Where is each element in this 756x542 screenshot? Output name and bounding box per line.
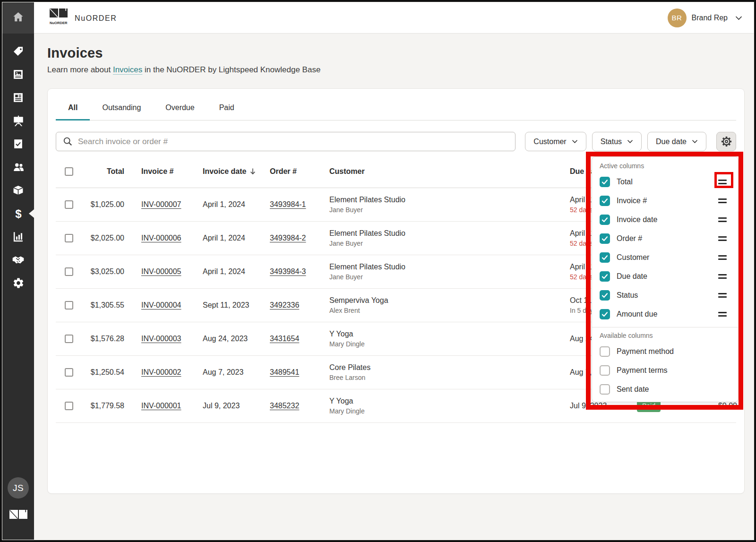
drag-handle[interactable] bbox=[718, 274, 727, 279]
column-header-invoice-date[interactable]: Invoice date bbox=[186, 167, 247, 176]
column-toggle-invoice-: Invoice # bbox=[592, 191, 738, 210]
drag-handle[interactable] bbox=[718, 312, 727, 317]
column-header-invoice-[interactable]: Invoice # bbox=[124, 167, 186, 176]
invoice-link[interactable]: INV-000005 bbox=[141, 267, 181, 275]
order-link[interactable]: 3485232 bbox=[270, 402, 299, 410]
invoices-help-link[interactable]: Invoices bbox=[113, 65, 142, 74]
sidebar-item-shows[interactable] bbox=[2, 109, 34, 132]
tab-paid[interactable]: Paid bbox=[207, 95, 247, 120]
invoice-link[interactable]: INV-000002 bbox=[141, 368, 181, 376]
filter-button-customer[interactable]: Customer bbox=[525, 132, 586, 151]
tab-all[interactable]: All bbox=[56, 95, 90, 120]
filter-button-status[interactable]: Status bbox=[592, 132, 642, 151]
tag-icon bbox=[12, 45, 24, 57]
tab-outsanding[interactable]: Outsanding bbox=[90, 95, 153, 120]
order-link[interactable]: 3493984-2 bbox=[270, 234, 306, 242]
column-checkbox[interactable] bbox=[600, 233, 610, 244]
user-avatar-js[interactable]: JS bbox=[8, 477, 29, 499]
buyer-name: Jane Buyer bbox=[329, 273, 570, 281]
drag-handle[interactable] bbox=[718, 293, 727, 298]
sidebar-item-customers[interactable] bbox=[2, 155, 34, 179]
popover-divider bbox=[592, 327, 738, 327]
column-checkbox[interactable] bbox=[600, 271, 610, 282]
row-checkbox[interactable] bbox=[65, 368, 73, 377]
sidebar-item-linesheets[interactable] bbox=[2, 63, 34, 86]
chevron-down-icon bbox=[572, 139, 578, 144]
sidebar-item-news[interactable] bbox=[2, 86, 34, 109]
column-settings-button[interactable] bbox=[716, 132, 736, 151]
cell-invoice-date: Jul 9, 2023 bbox=[186, 402, 247, 410]
svg-text:NuORDER: NuORDER bbox=[50, 21, 68, 25]
sidebar-item-shipments[interactable] bbox=[2, 179, 34, 202]
drag-handle[interactable] bbox=[718, 236, 727, 241]
invoice-link[interactable]: INV-000001 bbox=[141, 402, 181, 410]
customer-name: Semperviva Yoga bbox=[329, 296, 570, 305]
column-checkbox[interactable] bbox=[600, 384, 610, 395]
column-checkbox[interactable] bbox=[600, 365, 610, 376]
subtitle-text-2: in the NuORDER by Lightspeed Knowledge B… bbox=[142, 65, 320, 74]
column-checkbox[interactable] bbox=[600, 196, 610, 206]
column-checkbox[interactable] bbox=[600, 309, 610, 319]
sidebar-item-payments[interactable]: $ bbox=[2, 202, 34, 225]
row-checkbox[interactable] bbox=[65, 200, 73, 209]
drag-handle[interactable] bbox=[718, 198, 727, 203]
column-header-order-[interactable]: Order # bbox=[247, 167, 314, 176]
drag-handle[interactable] bbox=[718, 217, 727, 222]
toolbar: Customer Status Due date bbox=[56, 132, 736, 151]
cell-total: $2,025.00 bbox=[82, 234, 124, 242]
row-checkbox[interactable] bbox=[65, 234, 73, 242]
column-checkbox[interactable] bbox=[600, 346, 610, 357]
cell-customer: Element Pilates Studio Jane Buyer bbox=[314, 229, 570, 247]
cell-total: $1,779.58 bbox=[82, 402, 124, 410]
row-checkbox[interactable] bbox=[65, 301, 73, 310]
sidebar-item-orders[interactable] bbox=[2, 132, 34, 155]
chevron-down-icon bbox=[735, 16, 742, 20]
order-link[interactable]: 3431654 bbox=[270, 335, 299, 343]
tab-overdue[interactable]: Overdue bbox=[153, 95, 206, 120]
column-header-customer[interactable]: Customer bbox=[314, 167, 570, 176]
user-name: Brand Rep bbox=[692, 14, 728, 22]
user-menu[interactable]: BR Brand Rep bbox=[668, 9, 743, 27]
cell-customer: Core Pilates Bree Larson bbox=[314, 363, 570, 381]
invoice-link[interactable]: INV-000004 bbox=[141, 301, 181, 309]
sidebar-item-connections[interactable] bbox=[2, 248, 34, 271]
column-settings-popover: Active columns Total Invoice # Invoice d… bbox=[592, 156, 739, 402]
drag-handle[interactable] bbox=[718, 180, 727, 184]
sidebar-item-home[interactable] bbox=[2, 2, 34, 34]
dollar-icon: $ bbox=[12, 207, 25, 220]
row-checkbox[interactable] bbox=[65, 335, 73, 343]
select-all-checkbox[interactable] bbox=[65, 167, 73, 176]
column-header-total[interactable]: Total bbox=[82, 167, 124, 176]
order-link[interactable]: 3489541 bbox=[270, 368, 299, 376]
customer-name: Y Yoga bbox=[329, 397, 570, 405]
order-link[interactable]: 3493984-3 bbox=[270, 267, 306, 275]
customer-name: Element Pilates Studio bbox=[329, 263, 570, 271]
row-checkbox[interactable] bbox=[65, 402, 73, 410]
brand-lockup[interactable]: NuORDER NuORDER bbox=[50, 9, 117, 27]
sidebar-item-reports[interactable] bbox=[2, 225, 34, 248]
customer-name: Element Pilates Studio bbox=[329, 229, 570, 238]
catalog-icon bbox=[12, 69, 24, 80]
order-link[interactable]: 3492336 bbox=[270, 301, 299, 309]
search-input[interactable] bbox=[78, 137, 508, 146]
cell-total: $3,025.00 bbox=[82, 267, 124, 276]
order-link[interactable]: 3493984-1 bbox=[270, 200, 306, 208]
active-columns-title: Active columns bbox=[600, 162, 730, 170]
invoice-link[interactable]: INV-000006 bbox=[141, 234, 181, 242]
sidebar-item-products[interactable] bbox=[2, 40, 34, 63]
column-checkbox[interactable] bbox=[600, 177, 610, 187]
invoice-link[interactable]: INV-000003 bbox=[141, 335, 181, 343]
column-checkbox[interactable] bbox=[600, 215, 610, 225]
cell-total: $1,025.00 bbox=[82, 200, 124, 209]
chevron-down-icon bbox=[692, 139, 698, 144]
cell-customer: Element Pilates Studio Jane Buyer bbox=[314, 263, 570, 281]
cell-invoice-date: Aug 24, 2023 bbox=[186, 335, 247, 343]
row-checkbox[interactable] bbox=[65, 267, 73, 276]
drag-handle[interactable] bbox=[718, 255, 727, 260]
sidebar-nav: $ bbox=[2, 34, 34, 294]
invoice-link[interactable]: INV-000007 bbox=[141, 200, 181, 208]
filter-button-due-date[interactable]: Due date bbox=[647, 132, 706, 151]
column-checkbox[interactable] bbox=[600, 290, 610, 301]
sidebar-item-settings[interactable] bbox=[2, 271, 34, 294]
column-checkbox[interactable] bbox=[600, 252, 610, 263]
